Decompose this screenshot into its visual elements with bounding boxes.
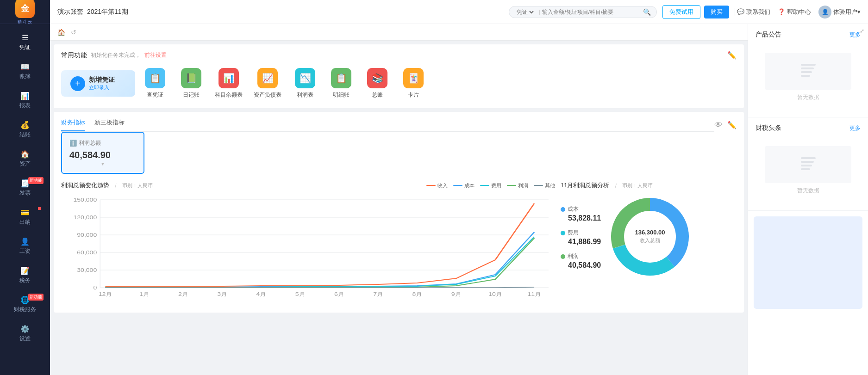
- cashier-dot: [38, 207, 41, 210]
- kpi-info-icon: ℹ️: [69, 140, 77, 147]
- kpi-card-profit[interactable]: ℹ️ 利润总额 40,584.90 ▼: [61, 132, 144, 174]
- quick-feature-detail-ledger[interactable]: 📋 明细账: [325, 65, 357, 102]
- sidebar-item-cashier-label: 出纳: [19, 218, 31, 226]
- sidebar-item-reports[interactable]: 📊 报表: [0, 86, 50, 115]
- product-announcement-more[interactable]: 更多: [849, 31, 861, 39]
- indicator-actions: 👁 ✏️: [714, 120, 737, 130]
- quick-feature-balance-sheet[interactable]: 📈 资产负债表: [250, 65, 285, 102]
- svg-text:3月: 3月: [217, 292, 227, 297]
- card-label: 卡片: [408, 91, 419, 99]
- sidebar-item-payroll[interactable]: 👤 工资: [0, 232, 50, 261]
- donut-section: 11月利润总额分析 / 币别：人民币 成本: [561, 181, 737, 306]
- quick-feature-diary[interactable]: 📗 日记账: [175, 65, 207, 102]
- product-announcement-placeholder: [765, 53, 851, 90]
- chart-legend: 收入 成本 费用: [426, 182, 555, 189]
- expand-icon[interactable]: ⤢: [860, 28, 864, 34]
- balance-sheet-label: 资产负债表: [254, 91, 281, 99]
- logo-icon: 金: [15, 0, 35, 18]
- user-action[interactable]: 👤 体验用户▾: [818, 6, 861, 18]
- init-link[interactable]: 前往设置: [144, 51, 167, 59]
- sidebar-item-taxservice[interactable]: 新功能 🌐 财税服务: [0, 290, 50, 319]
- search-input[interactable]: [542, 9, 643, 15]
- sidebar-item-closing[interactable]: 💰 结账: [0, 115, 50, 144]
- product-announcement-header: 产品公告 更多: [756, 31, 861, 39]
- view-icon[interactable]: 👁: [714, 120, 723, 130]
- new-voucher-button[interactable]: + 新增凭证 立即录入: [61, 70, 135, 97]
- svg-rect-36: [801, 161, 814, 163]
- quick-feature-subject-balance[interactable]: 📊 科目余额表: [211, 65, 246, 102]
- balance-sheet-icon: 📈: [257, 68, 278, 88]
- tab-neeq[interactable]: 新三板指标: [94, 118, 125, 131]
- trial-button[interactable]: 免费试用: [662, 5, 700, 19]
- sidebar-item-taxservice-label: 财税服务: [14, 306, 36, 314]
- sidebar-item-ledger[interactable]: 📖 账簿: [0, 57, 50, 86]
- detail-ledger-label: 明细账: [333, 91, 350, 99]
- svg-text:5月: 5月: [295, 292, 306, 297]
- svg-text:7月: 7月: [373, 292, 383, 297]
- sidebar-item-voucher[interactable]: ☰ 凭证: [0, 28, 50, 57]
- query-voucher-label: 查凭证: [147, 91, 163, 99]
- closing-icon: 💰: [20, 121, 30, 129]
- donut-expense-label: 费用: [561, 229, 601, 237]
- sidebar-item-assets[interactable]: 🏠 资产: [0, 144, 50, 173]
- voucher-icon: ☰: [22, 33, 28, 42]
- svg-text:11月: 11月: [527, 292, 541, 297]
- common-features-header: 常用功能 初始化任务未完成， 前往设置 ✏️: [61, 51, 737, 60]
- legend-label-cost: 成本: [464, 182, 475, 189]
- assets-icon: 🏠: [20, 150, 30, 159]
- subject-balance-icon: 📊: [219, 68, 239, 88]
- svg-text:60,000: 60,000: [77, 250, 97, 255]
- expense-dot: [561, 231, 565, 235]
- help-action[interactable]: ❓ 帮助中心: [778, 8, 811, 16]
- home-icon[interactable]: 🏠: [57, 29, 65, 36]
- quick-feature-general-ledger[interactable]: 📚 总账: [361, 65, 393, 102]
- sidebar-item-reports-label: 报表: [19, 102, 31, 110]
- donut-svg: 136,300.00 收入总额: [608, 195, 692, 278]
- kpi-card-profit-value: 40,584.90: [69, 150, 136, 160]
- svg-rect-37: [801, 165, 812, 166]
- quick-feature-profit[interactable]: 📉 利润表: [289, 65, 321, 102]
- svg-text:2月: 2月: [178, 292, 188, 297]
- topbar-title: 演示账套 2021年第11期: [57, 8, 509, 16]
- svg-rect-31: [801, 64, 816, 66]
- tab-financial[interactable]: 财务指标: [61, 118, 85, 131]
- product-announcement-title: 产品公告: [756, 31, 781, 39]
- back-icon[interactable]: ↺: [71, 29, 76, 36]
- legend-label-other: 其他: [545, 182, 555, 189]
- sidebar-item-invoice[interactable]: 新功能 🧾 发票: [0, 173, 50, 203]
- svg-rect-38: [801, 168, 810, 170]
- svg-text:150,000: 150,000: [74, 197, 97, 203]
- finance-news-title: 财税头条: [756, 124, 781, 132]
- sidebar-item-cashier[interactable]: 💳 出纳: [0, 203, 50, 232]
- taxservice-badge: 新功能: [28, 294, 44, 301]
- search-type-select[interactable]: 凭证: [515, 8, 535, 16]
- contact-icon: 💬: [737, 8, 744, 15]
- quick-feature-query-voucher[interactable]: 📋 查凭证: [139, 65, 171, 102]
- finance-news-more[interactable]: 更多: [849, 124, 861, 132]
- contact-action[interactable]: 💬 联系我们: [737, 8, 770, 16]
- no-data-news-icon: [797, 154, 819, 176]
- init-notice: 初始化任务未完成，: [91, 51, 141, 59]
- legend-dot-revenue: [426, 185, 436, 186]
- sidebar-item-tax[interactable]: 📝 税务: [0, 261, 50, 290]
- diary-label: 日记账: [183, 91, 200, 99]
- sidebar-item-settings[interactable]: ⚙️ 设置: [0, 319, 50, 348]
- svg-text:收入总额: 收入总额: [640, 238, 660, 243]
- donut-chart-container: 136,300.00 收入总额: [608, 195, 692, 280]
- edit-icon[interactable]: ✏️: [727, 51, 737, 60]
- buy-button[interactable]: 购买: [704, 6, 729, 18]
- donut-profit-label: 利润: [561, 252, 601, 260]
- svg-text:90,000: 90,000: [77, 233, 97, 238]
- edit-indicator-icon[interactable]: ✏️: [727, 121, 737, 129]
- company-name: 演示账套: [57, 8, 83, 15]
- line-chart-section: 利润总额变化趋势 / 币别：人民币 收入: [61, 181, 555, 306]
- reports-icon: 📊: [20, 92, 30, 100]
- search-icon[interactable]: 🔍: [643, 8, 651, 16]
- sidebar-item-settings-label: 设置: [19, 335, 31, 343]
- sidebar: 金 精斗云 ☰ 凭证 📖 账簿 📊 报表 💰 结账 🏠: [0, 0, 50, 375]
- quick-feature-card[interactable]: 🃏 卡片: [397, 65, 430, 102]
- settings-icon: ⚙️: [20, 325, 30, 333]
- finance-news-header: 财税头条 更多: [756, 124, 861, 132]
- legend-other: 其他: [534, 182, 555, 189]
- main-content: 🏠 ↺ 常用功能 初始化任务未完成， 前往设置 ✏️ +: [50, 24, 748, 375]
